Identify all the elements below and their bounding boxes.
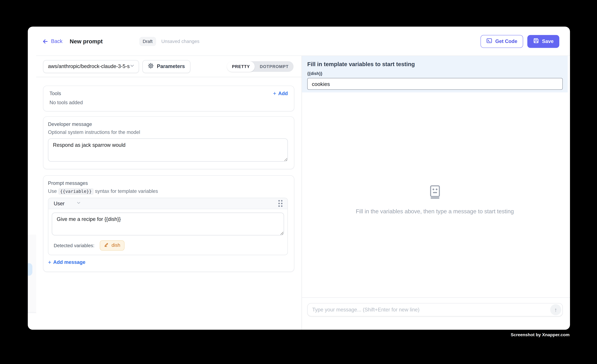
unsaved-changes-text: Unsaved changes — [161, 39, 199, 44]
chat-message-input[interactable] — [308, 307, 550, 313]
message-block-header: User — [48, 198, 287, 209]
plus-icon: + — [48, 259, 51, 265]
editor-toolbar: aws/anthropic/bedrock-claude-3-5-s... Pa… — [36, 56, 302, 77]
watermark-text: Screenshot by Xnapper.com — [511, 333, 570, 337]
model-select[interactable]: aws/anthropic/bedrock-claude-3-5-s... — [43, 60, 139, 73]
message-block-body: Give me a recipe for {{dish}} — [48, 209, 287, 237]
arrow-left-icon — [42, 38, 48, 44]
add-message-button[interactable]: + Add message — [48, 259, 86, 265]
drag-handle-dots-icon[interactable] — [277, 199, 284, 208]
pencil-line-icon — [104, 242, 109, 249]
hint-prefix: Use — [48, 188, 57, 194]
hint-variable-chip: {{variable}} — [58, 188, 94, 195]
prompt-messages-hint: Use {{variable}} syntax for template var… — [48, 188, 288, 194]
bot-face-icon — [430, 194, 440, 200]
prompt-editor-panel: aws/anthropic/bedrock-claude-3-5-s... Pa… — [36, 56, 302, 330]
variable-dish-input[interactable] — [307, 78, 563, 90]
developer-message-subtitle: Optional system instructions for the mod… — [48, 129, 288, 135]
detected-variables-label: Detected variables: — [54, 243, 94, 248]
parameters-label: Parameters — [157, 64, 185, 69]
back-label: Back — [51, 38, 63, 44]
detected-variables-row: Detected variables: dish — [48, 237, 287, 255]
add-message-label: Add message — [53, 259, 85, 265]
add-tool-label: Add — [278, 91, 288, 96]
test-panel: Fill in template variables to start test… — [301, 56, 570, 330]
window-body: aws/anthropic/bedrock-claude-3-5-s... Pa… — [28, 56, 570, 330]
page-title: New prompt — [70, 38, 103, 45]
role-select[interactable]: User — [54, 200, 81, 207]
screenshot-stage: Back New prompt Draft Unsaved changes Ge… — [0, 0, 597, 364]
prompt-messages-title: Prompt messages — [48, 180, 288, 186]
role-select-value: User — [54, 201, 65, 206]
status-badge: Draft — [139, 37, 156, 46]
chat-footer: ↑ — [302, 297, 570, 330]
developer-message-title: Developer message — [48, 121, 288, 127]
app-window: Back New prompt Draft Unsaved changes Ge… — [28, 27, 570, 330]
send-button[interactable]: ↑ — [550, 304, 561, 315]
sidebar-sliver — [28, 56, 36, 330]
terminal-square-icon — [486, 38, 492, 45]
tools-card: Tools + Add No tools added — [43, 85, 294, 111]
save-label: Save — [542, 38, 554, 44]
arrow-up-icon: ↑ — [554, 307, 557, 313]
empty-state: Fill in the variables above, then type a… — [302, 185, 568, 214]
editor-cards: Tools + Add No tools added Developer mes… — [36, 77, 302, 272]
chevron-down-icon — [65, 200, 81, 207]
back-button[interactable]: Back — [42, 38, 63, 44]
parameters-button[interactable]: Parameters — [142, 60, 190, 73]
empty-state-text: Fill in the variables above, then type a… — [302, 208, 568, 214]
header: Back New prompt Draft Unsaved changes Ge… — [28, 27, 570, 56]
developer-message-card: Developer message Optional system instru… — [43, 116, 294, 169]
save-button[interactable]: Save — [527, 35, 559, 48]
gear-icon — [148, 63, 154, 70]
hint-suffix: syntax for template variables — [95, 188, 158, 194]
variables-heading: Fill in template variables to start test… — [307, 61, 563, 67]
chevron-down-icon — [129, 63, 135, 70]
tools-card-title: Tools — [49, 91, 61, 96]
view-mode-toggle: PRETTY DOTPROMPT — [227, 61, 293, 72]
message-block: User Give me a recipe for {{dish}} Det — [48, 198, 288, 255]
get-code-button[interactable]: Get Code — [480, 35, 523, 48]
floppy-disk-icon — [533, 38, 539, 45]
prompt-messages-card: Prompt messages Use {{variable}} syntax … — [43, 175, 294, 272]
variable-badge-dish[interactable]: dish — [100, 240, 125, 250]
add-message-row: + Add message — [48, 259, 288, 266]
toggle-pretty[interactable]: PRETTY — [227, 61, 255, 72]
get-code-label: Get Code — [495, 38, 517, 44]
plus-icon: + — [273, 91, 276, 96]
chat-input-wrap: ↑ — [307, 303, 563, 316]
developer-message-textarea[interactable]: Respond as jack sparrow would — [48, 138, 288, 161]
tools-empty-text: No tools added — [49, 100, 288, 105]
variable-dish-label: {{dish}} — [307, 71, 563, 76]
variable-badge-label: dish — [111, 243, 120, 248]
message-textarea[interactable]: Give me a recipe for {{dish}} — [52, 213, 284, 235]
add-tool-button[interactable]: + Add — [273, 91, 288, 96]
toggle-dotprompt[interactable]: DOTPROMPT — [255, 61, 293, 72]
variables-section: Fill in template variables to start test… — [302, 56, 570, 92]
sidebar-active-item[interactable] — [28, 263, 32, 276]
model-select-value: aws/anthropic/bedrock-claude-3-5-s... — [48, 64, 130, 69]
